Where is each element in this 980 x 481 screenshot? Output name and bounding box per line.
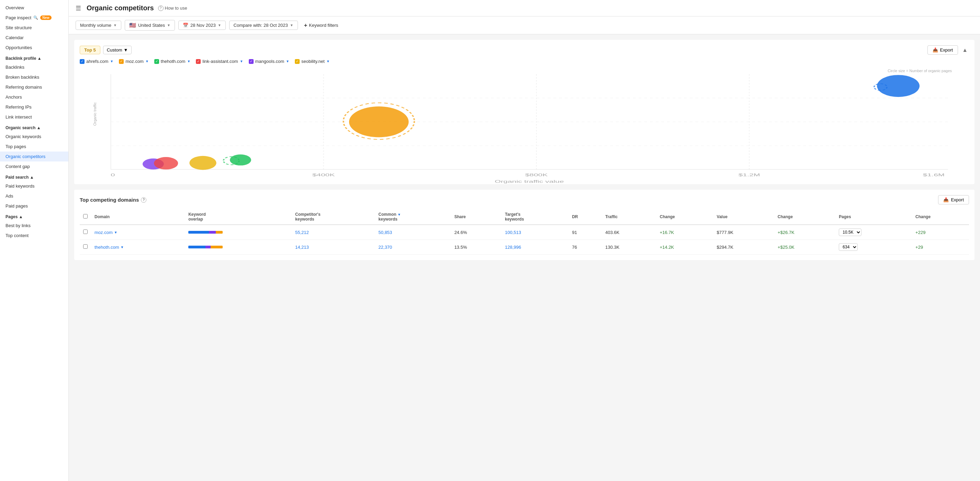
sidebar-item-ads[interactable]: Ads [0,191,68,201]
chart-section: Top 5 Custom ▼ 📥 Export ▲ ✓ ahrefs.com ▼ [74,40,975,184]
pages-cell: 634 [835,240,912,255]
share-cell: 13.5% [451,240,501,255]
export-button[interactable]: 📥 Export [928,45,958,55]
filter-bar: Monthly volume ▼ 🇺🇸 United States ▼ 📅 28… [69,16,980,34]
svg-point-20 [154,157,178,169]
keyword-bar-cell [185,240,292,255]
row-checkbox[interactable] [83,244,88,249]
competitor-mangools[interactable]: ✓ mangools.com ▼ [249,59,290,64]
targets-keywords-cell: 128,996 [501,240,568,255]
table-export-button[interactable]: 📥 Export [938,195,969,205]
pages-select[interactable]: 634 [839,243,858,251]
scatter-svg: 1M 750K 500K 250K 0 $0 $400K $800K $1.2M… [111,74,962,184]
domain-link[interactable]: thehoth.com ▼ [94,244,181,250]
thehoth-checkbox[interactable]: ✓ [154,59,159,64]
calendar-icon: 📅 [183,23,188,28]
select-all-checkbox[interactable] [83,214,88,219]
competitor-thehoth[interactable]: ✓ thehoth.com ▼ [154,59,190,64]
sidebar-item-best-by-links[interactable]: Best by links [0,221,68,230]
caret-down-icon: ▼ [240,59,243,63]
sidebar-item-broken-backlinks[interactable]: Broken backlinks [0,72,68,82]
competitor-ahrefs[interactable]: ✓ ahrefs.com ▼ [80,59,113,64]
sidebar-item-top-pages[interactable]: Top pages [0,141,68,151]
caret-down-icon: ▼ [113,23,117,27]
sidebar-item-link-intersect[interactable]: Link intersect [0,112,68,122]
compare-with-filter[interactable]: Compare with: 28 Oct 2023 ▼ [229,21,298,30]
competitor-seobility[interactable]: ✓ seobility.net ▼ [295,59,330,64]
value-change-cell: +$25.0K [774,240,835,255]
sidebar-item-label: Calendar [5,35,24,40]
value-change-header: Change [774,209,835,225]
y-axis-label: Organic traffic [93,102,97,126]
sidebar-item-content-gap[interactable]: Content gap [0,162,68,171]
seobility-checkbox[interactable]: ✓ [295,59,300,64]
caret-down-icon: ▼ [145,59,149,63]
topbar: ☰ Organic competitors ? How to use [69,0,980,16]
competitor-moz[interactable]: ✓ moz.com ▼ [119,59,149,64]
targets-keywords-cell: 100,513 [501,225,568,240]
traffic-change-cell: +14.2K [656,240,713,255]
table-title: Top competing domains ? [80,197,146,203]
table-row: moz.com ▼ 55,212 50,853 24.6% [80,225,969,240]
hamburger-button[interactable]: ☰ [76,5,81,12]
country-filter[interactable]: 🇺🇸 United States ▼ [125,20,175,30]
svg-text:$400K: $400K [312,173,335,177]
new-badge: New [40,16,51,20]
collapse-button[interactable]: ▲ [961,46,969,55]
circle-size-note: Circle size = Number of organic pages [888,69,952,73]
svg-text:$1.6M: $1.6M [923,173,945,177]
keyword-filters-button[interactable]: + Keyword filters [304,22,339,29]
monthly-volume-label: Monthly volume [80,23,111,28]
svg-point-25 [349,106,409,137]
sidebar-item-referring-ips[interactable]: Referring IPs [0,102,68,112]
bar-purple [205,246,211,248]
sidebar-item-organic-keywords[interactable]: Organic keywords [0,132,68,141]
common-keywords-cell: 50,853 [375,225,451,240]
date-filter[interactable]: 📅 28 Nov 2023 ▼ [178,21,226,30]
dr-cell: 76 [569,240,602,255]
ahrefs-checkbox[interactable]: ✓ [80,59,84,64]
sidebar-item-anchors[interactable]: Anchors [0,92,68,102]
sidebar-item-organic-competitors[interactable]: Organic competitors [0,151,68,162]
common-keywords-cell: 22,370 [375,240,451,255]
value-change-cell: +$26.7K [774,225,835,240]
caret-down-icon: ▼ [218,23,221,27]
sidebar-item-label: Page inspect [5,15,31,20]
share-header: Share [451,209,501,225]
traffic-change-header: Change [656,209,713,225]
competitor-link-assistant[interactable]: ✓ link-assistant.com ▼ [196,59,243,64]
sidebar-item-referring-domains[interactable]: Referring domains [0,82,68,92]
select-all-header [80,209,91,225]
sidebar-item-opportunities[interactable]: Opportunities [0,43,68,52]
sidebar-item-backlinks[interactable]: Backlinks [0,62,68,72]
caret-down-icon: ▼ [110,59,113,63]
sidebar-item-calendar[interactable]: Calendar [0,33,68,43]
how-to-use-link[interactable]: ? How to use [158,5,187,11]
plus-icon: + [304,22,307,29]
monthly-volume-filter[interactable]: Monthly volume ▼ [76,21,121,30]
sidebar-item-paid-pages[interactable]: Paid pages [0,201,68,211]
paid-search-header: Paid search ▲ [0,171,68,181]
sidebar-item-overview[interactable]: Overview [0,3,68,13]
link-assistant-checkbox[interactable]: ✓ [196,59,200,64]
sidebar-item-page-inspect[interactable]: Page inspect 🔍 New [0,13,68,23]
bar-blue [188,231,209,233]
sidebar-item-site-structure[interactable]: Site structure [0,23,68,33]
domain-link[interactable]: moz.com ▼ [94,230,181,235]
top5-button[interactable]: Top 5 [80,46,100,54]
dr-cell: 91 [569,225,602,240]
compare-with-label: Compare with: 28 Oct 2023 [234,23,288,28]
custom-button[interactable]: Custom ▼ [103,46,132,54]
bar-yellow [211,246,223,248]
help-icon[interactable]: ? [141,197,146,203]
row-checkbox[interactable] [83,230,88,234]
moz-checkbox[interactable]: ✓ [119,59,124,64]
pages-select[interactable]: 10.5K [839,229,861,236]
competitors-list: ✓ ahrefs.com ▼ ✓ moz.com ▼ ✓ thehoth.com… [80,59,969,64]
sidebar-item-paid-keywords[interactable]: Paid keywords [0,181,68,191]
sidebar-item-top-content[interactable]: Top content [0,230,68,240]
mangools-checkbox[interactable]: ✓ [249,59,254,64]
keyword-overlap-bar [188,246,223,248]
date-label: 28 Nov 2023 [190,23,216,28]
competitors-keywords-header: Competitor'skeywords [292,209,375,225]
